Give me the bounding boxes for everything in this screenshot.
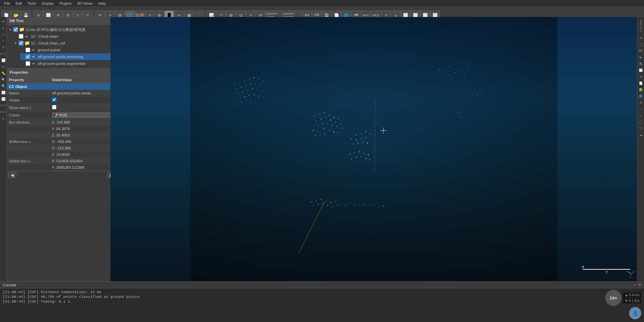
tree-item-cloud-clean[interactable]: ☁ 12 - Cloud.clean	[14, 33, 116, 40]
side-icon-zoomin[interactable]: 🔍	[0, 76, 6, 83]
table-row: Z: 35.4063	[7, 132, 117, 139]
tree-toggle-root[interactable]: ▼	[8, 28, 12, 32]
right-icon-cloud[interactable]: ☁	[638, 132, 644, 138]
side-icon-measure[interactable]: 📏	[0, 70, 6, 76]
prop-value-shifted-z: Z: 19.8058	[50, 151, 117, 158]
tree-toggle-remaining[interactable]	[20, 55, 24, 59]
menu-display[interactable]: Display	[39, 1, 56, 6]
prop-value-visible[interactable]	[50, 96, 117, 104]
viewport[interactable]: 7 X Y Z ✛	[110, 17, 637, 281]
tree-item-off-ground-segmented[interactable]: ☁ off-ground points.segmented	[20, 60, 116, 67]
tree-checkbox-ground[interactable]	[25, 48, 30, 52]
side-icon-cursor[interactable]: +	[0, 38, 6, 44]
side-icon-zoomout[interactable]: 🔍	[0, 83, 6, 89]
right-icon-circle2[interactable]: ◯	[638, 119, 644, 125]
right-icon-circle[interactable]: ◯	[638, 41, 644, 48]
console-content[interactable]: [21:08:44] [CSF] Distance computation: 1…	[0, 288, 644, 322]
cc-object-label: CC Object	[7, 84, 117, 90]
scale-label: 7	[606, 270, 608, 274]
tree-item-off-ground-remaining[interactable]: ☁ off-ground points.remaining	[20, 53, 116, 60]
side-icon-pointer[interactable]: ⬆	[0, 18, 6, 24]
prop-name-empty3	[7, 145, 50, 151]
right-icon-square[interactable]: ⬛	[638, 125, 644, 131]
fps-value-1: 0.4 K/s	[629, 293, 640, 297]
prop-name-global: Global box c...	[7, 158, 50, 164]
right-icon-play[interactable]: ▶	[638, 54, 644, 60]
tree-item-ground[interactable]: ☁ ground points	[20, 47, 116, 53]
right-icon-gear2[interactable]: ⚙	[638, 100, 644, 106]
right-icon-box[interactable]: ⬜	[638, 67, 644, 73]
console-header: Console — ✕	[0, 282, 644, 288]
table-row: Box dimensi... X: 104.888	[7, 119, 117, 126]
menu-3dviews[interactable]: 3D Views	[74, 1, 95, 6]
colors-dropdown[interactable]: RGB ▼	[52, 112, 115, 118]
side-icon-extra5[interactable]: ●	[0, 115, 6, 121]
right-icon-settings[interactable]: ⚙	[638, 35, 644, 41]
tree-checkbox-remaining[interactable]	[25, 54, 30, 59]
right-sidebar: CSF Filter ⚙ ◯ 🎞 ▶ N ⬜ ⊞ 📄 🟢 🔵 ⚙ ⬭ ▭ ◯ ⬛…	[637, 17, 644, 281]
tree-checkbox-csf[interactable]	[19, 41, 23, 46]
right-icon-doc[interactable]: 📄	[638, 80, 644, 86]
tree-toggle-cloud-clean[interactable]	[14, 34, 18, 38]
tree-item-root[interactable]: ▼ 📁 12.las (E:/PCL编程/点云数据/前鸿源	[8, 26, 116, 33]
side-icon-extra1[interactable]: ⬜	[0, 89, 6, 95]
left-panel: DB Tree ✕ ▼ 📁 12.las (E:/PCL编程/点云数据/前鸿源 …	[7, 17, 117, 322]
right-icon-green[interactable]: 🟢	[638, 87, 644, 93]
cloud-icon-1: ☁	[24, 34, 30, 39]
fps-badge-2: ▼ 0.1 K/s	[623, 298, 641, 303]
right-icon-oval[interactable]: ⬭	[638, 106, 644, 112]
menu-file[interactable]: File	[1, 1, 13, 6]
properties-header: Properties ✕	[7, 69, 117, 76]
tree-checkbox-segmented[interactable]	[25, 61, 30, 66]
svg-line-152	[631, 271, 634, 274]
visible-checkbox[interactable]	[52, 97, 56, 102]
side-icon-select[interactable]: ⬜	[0, 57, 6, 63]
side-icon-extra4[interactable]: BACK	[0, 109, 6, 115]
csf-filter-label: CSF Filter	[639, 18, 642, 33]
zoom-badge: 24×	[605, 290, 622, 306]
cloud-icon-ground: ☁	[31, 47, 37, 53]
side-icon-lasso[interactable]: ◎	[0, 64, 6, 70]
showname-checkbox[interactable]	[52, 105, 56, 109]
db-tree-header: DB Tree ✕	[7, 17, 117, 25]
prop-value-colors[interactable]: RGB ▼	[50, 111, 117, 119]
right-icon-film[interactable]: 🎞	[638, 48, 644, 54]
tree-checkbox-cloud-clean[interactable]	[19, 34, 23, 39]
prop-value-name[interactable]: off-ground points.remai...	[50, 90, 117, 96]
svg-rect-151	[190, 17, 558, 281]
tree-toggle-ground[interactable]	[20, 48, 24, 52]
point-cloud-visualization	[110, 17, 637, 281]
properties-table: Property State/Value CC Object Name off-…	[7, 76, 117, 171]
tree-checkbox-root[interactable]	[13, 27, 18, 32]
menu-plugins[interactable]: Plugins	[56, 1, 74, 6]
side-icon-ratio[interactable]: 1:1	[0, 31, 6, 37]
folder-icon-root: 📁	[19, 27, 24, 32]
console-section: Console — ✕ [21:08:44] [CSF] Distance co…	[0, 281, 644, 322]
tree-toggle-segmented[interactable]	[20, 61, 24, 66]
menu-help[interactable]: Help	[95, 1, 109, 6]
prop-value-showname[interactable]	[50, 104, 117, 111]
prop-value-shifted-y: Y: -210.888	[50, 145, 117, 151]
right-icon-n[interactable]: N	[638, 61, 644, 67]
prop-name-shifted: Shifted box c...	[7, 139, 50, 145]
table-row: Global box c... X: 510426.501404	[7, 158, 117, 164]
tree-toggle-csf[interactable]: ▼	[14, 41, 18, 45]
menu-edit[interactable]: Edit	[13, 1, 25, 6]
side-icon-move[interactable]: ✛	[0, 44, 6, 50]
prop-name-empty5	[7, 164, 50, 171]
console-minimize[interactable]: —	[633, 283, 637, 287]
right-icon-rect[interactable]: ▭	[638, 112, 644, 119]
side-icon-active[interactable]: ●	[0, 25, 6, 31]
user-avatar[interactable]: 👤	[629, 307, 641, 319]
scroll-left-button[interactable]: ◀	[8, 172, 16, 178]
right-icon-blue[interactable]: 🔵	[638, 93, 644, 99]
side-icon-auto[interactable]: AUTO	[0, 51, 6, 57]
console-close[interactable]: ✕	[638, 283, 641, 287]
prop-name-empty2	[7, 132, 50, 139]
side-icon-extra2[interactable]: ⬜	[0, 96, 6, 102]
right-icon-grid[interactable]: ⊞	[638, 74, 644, 80]
menu-tools[interactable]: Tools	[25, 1, 39, 6]
tree-item-cloud-csf[interactable]: ▼ 📁 12 - Cloud.clean_csf	[14, 40, 116, 47]
table-row: Colors RGB ▼	[7, 111, 117, 119]
side-icon-extra3[interactable]: FONT	[0, 102, 6, 108]
